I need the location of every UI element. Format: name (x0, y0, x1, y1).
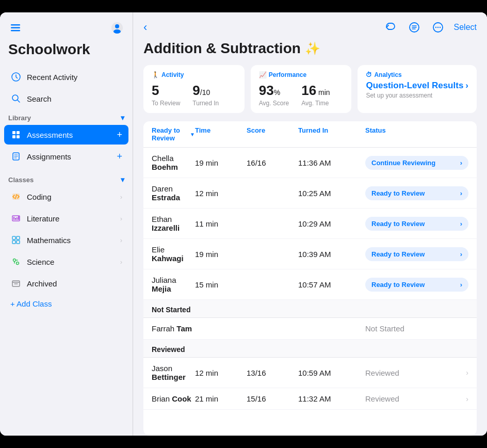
coding-chevron: › (120, 193, 122, 201)
svg-rect-11 (17, 135, 20, 138)
table-row[interactable]: Juliana Mejia 15 min 10:57 AM Ready to R… (143, 269, 477, 300)
activity-icon: 🚶 (152, 71, 159, 78)
svg-rect-20 (17, 236, 20, 239)
sidebar-toggle-icon[interactable] (8, 21, 23, 35)
sidebar-item-science[interactable]: Science › (4, 252, 128, 271)
status-cell[interactable]: Reviewed › (365, 394, 468, 403)
status-cell[interactable]: Ready to Review› (365, 247, 468, 261)
svg-rect-17 (17, 217, 18, 220)
sidebar-item-search[interactable]: Search (4, 89, 128, 108)
profile-icon[interactable] (110, 21, 124, 35)
svg-point-30 (439, 27, 440, 28)
table-row[interactable]: Daren Estrada 12 min 10:25 AM Ready to R… (143, 178, 477, 209)
classes-section-header: Classes ▾ (0, 171, 133, 186)
sidebar-item-literature[interactable]: Literature › (4, 209, 128, 228)
turned-in-cell: 10:59 AM (298, 369, 365, 377)
sidebar-item-assignments[interactable]: Assignments + (4, 147, 128, 166)
status-cell[interactable]: Ready to Review› (365, 278, 468, 292)
sidebar-item-assessments[interactable]: Assessments + (4, 125, 128, 145)
svg-point-28 (435, 27, 436, 28)
row-chevron: › (466, 369, 468, 377)
svg-rect-2 (11, 30, 20, 31)
analytics-chevron: › (465, 81, 468, 91)
time-cell: 15 min (195, 280, 247, 289)
undo-button[interactable] (383, 20, 398, 35)
status-cell[interactable]: Reviewed › (365, 369, 468, 377)
sidebar-item-mathematics[interactable]: Mathematics › (4, 230, 128, 250)
table-header: Ready to Review ▼ Time Score Turned In S… (143, 121, 477, 148)
activity-card: 🚶 Activity 5 To Review 9/10 Turned In (143, 65, 245, 113)
not-started-section-header: Not Started (143, 300, 477, 318)
table-row[interactable]: Elie Kahwagi 19 min 10:39 AM Ready to Re… (143, 239, 477, 269)
status-cell[interactable]: Ready to Review› (365, 186, 468, 200)
col-name[interactable]: Ready to Review ▼ (152, 126, 195, 142)
coding-label: Coding (27, 193, 115, 201)
student-name: Juliana Mejia (152, 276, 195, 293)
status-badge[interactable]: Ready to Review› (365, 247, 468, 261)
list-menu-button[interactable] (407, 20, 422, 35)
select-button[interactable]: Select (454, 23, 477, 32)
more-button[interactable] (430, 20, 446, 35)
table-row[interactable]: Brian Cook 21 min 15/16 11:32 AM Reviewe… (143, 388, 477, 410)
analytics-card[interactable]: ⏱ Analytics Question-Level Results › Set… (358, 65, 477, 113)
time-cell: 21 min (195, 394, 247, 403)
main-content: ‹ Select Addition & Subtraction ✨ (133, 12, 487, 436)
table-row[interactable]: Chella Boehm 19 min 16/16 11:36 AM Conti… (143, 148, 477, 178)
page-title: Addition & Subtraction ✨ (133, 40, 487, 65)
student-name: Brian Cook (152, 394, 195, 403)
status-cell[interactable]: Ready to Review› (365, 217, 468, 231)
main-header: ‹ Select (133, 12, 487, 40)
recent-activity-label: Recent Activity (27, 73, 122, 82)
assessments-icon (10, 129, 22, 140)
status-cell[interactable]: Continue Reviewing› (365, 156, 468, 170)
status-badge[interactable]: Ready to Review› (365, 278, 468, 292)
archived-label: Archived (27, 279, 122, 288)
performance-card-title: 📈 Performance (259, 71, 344, 78)
col-turned-in: Turned In (298, 126, 365, 142)
back-button[interactable]: ‹ (143, 21, 147, 34)
score-cell: 16/16 (247, 158, 298, 167)
add-assignment-button[interactable]: + (117, 151, 122, 162)
students-table: Ready to Review ▼ Time Score Turned In S… (143, 121, 477, 436)
svg-point-29 (437, 27, 438, 28)
time-cell: 12 min (195, 189, 247, 198)
assignments-icon (10, 151, 22, 162)
assessments-label: Assessments (27, 131, 111, 139)
sort-arrow: ▼ (190, 132, 195, 137)
turned-in-cell: 11:32 AM (298, 394, 365, 403)
analytics-main-label: Question-Level Results › (366, 81, 468, 91)
status-text: Reviewed (365, 369, 399, 377)
status-badge[interactable]: Ready to Review› (365, 186, 468, 200)
student-name: Jason Bettinger (152, 364, 195, 381)
sidebar-item-archived[interactable]: Archived (4, 274, 128, 293)
library-chevron[interactable]: ▾ (121, 114, 124, 122)
table-row[interactable]: Farrah Tam Not Started (143, 318, 477, 340)
status-text: Reviewed (365, 394, 399, 403)
classes-chevron[interactable]: ▾ (121, 175, 124, 184)
add-assessment-button[interactable]: + (117, 130, 122, 140)
svg-rect-1 (11, 27, 20, 29)
literature-label: Literature (27, 214, 115, 223)
svg-rect-0 (11, 24, 20, 26)
turned-in-cell: 10:25 AM (298, 189, 365, 198)
performance-icon: 📈 (259, 71, 267, 78)
table-row[interactable]: Ethan Izzarelli 11 min 10:29 AM Ready to… (143, 209, 477, 239)
add-class-button[interactable]: + Add Class (4, 295, 128, 312)
add-class-label: + Add Class (10, 299, 52, 308)
activity-stats: 5 To Review 9/10 Turned In (152, 83, 236, 107)
status-badge[interactable]: Ready to Review› (365, 217, 468, 231)
header-actions: Select (383, 20, 477, 35)
avg-time-stat: 16 min Avg. Time (301, 83, 330, 107)
avg-score-stat: 93% Avg. Score (259, 83, 289, 107)
activity-card-title: 🚶 Activity (152, 71, 236, 78)
time-cell: 19 min (195, 250, 247, 259)
time-cell: 12 min (195, 369, 247, 377)
status-badge[interactable]: Continue Reviewing› (365, 156, 468, 170)
sidebar-item-coding[interactable]: Coding › (4, 187, 128, 206)
sidebar-item-recent-activity[interactable]: Recent Activity (4, 67, 128, 87)
science-icon (10, 256, 22, 267)
svg-rect-22 (17, 241, 20, 244)
table-row[interactable]: Jason Bettinger 12 min 13/16 10:59 AM Re… (143, 358, 477, 388)
stats-row: 🚶 Activity 5 To Review 9/10 Turned In (133, 65, 487, 121)
search-label: Search (27, 94, 122, 103)
